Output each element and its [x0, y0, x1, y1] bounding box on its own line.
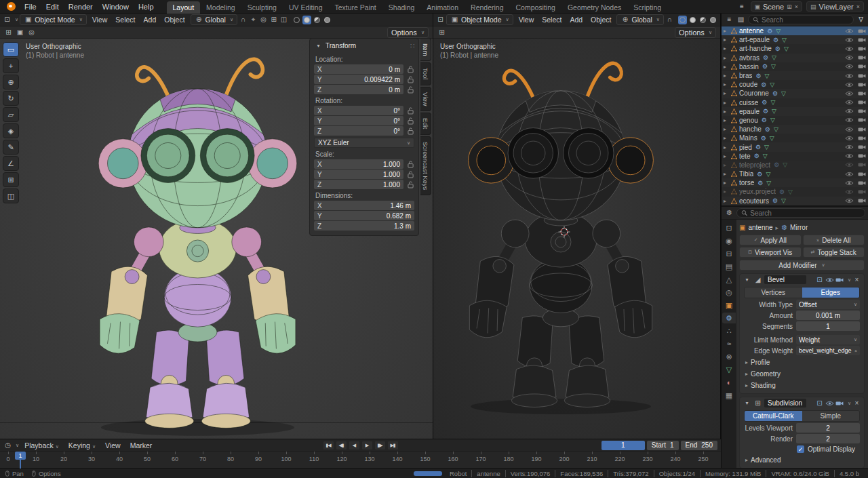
expand-caret-icon[interactable]: ▸ — [724, 198, 729, 204]
editor-type-icon[interactable]: ⚙ — [725, 209, 734, 218]
affect-option[interactable]: Vertices — [745, 287, 802, 298]
filter-icon[interactable]: ∇ — [856, 16, 865, 24]
material-shading-button[interactable] — [698, 16, 707, 24]
close-modifier-icon[interactable]: × — [852, 275, 861, 284]
optimal-display-checkbox[interactable]: ✓ — [797, 445, 804, 453]
menu-item[interactable]: Edit — [41, 0, 64, 14]
workspace-tab[interactable]: Sculpting — [241, 1, 283, 14]
location-value-field[interactable]: X0 m — [314, 64, 403, 74]
new-scene-icon[interactable]: ⊞ — [787, 3, 792, 10]
disable-in-renders-toggle[interactable] — [856, 46, 867, 52]
scene-selector[interactable]: ▣ Scene ⊞ × — [751, 1, 803, 12]
sidebar-tab[interactable]: Tool — [420, 62, 431, 85]
transport-button[interactable]: ◀ — [349, 441, 360, 450]
breadcrumb-modifier[interactable]: Mirror — [790, 224, 808, 231]
frame-end-field[interactable]: End250 — [681, 441, 717, 450]
hide-in-viewport-toggle[interactable] — [844, 46, 854, 52]
editor-type-icon[interactable]: ⊡ — [436, 16, 445, 24]
extras-dropdown-icon[interactable]: ∨ — [848, 401, 851, 406]
dimension-value-field[interactable]: Z1.3 m — [314, 221, 414, 231]
object-name[interactable]: genou — [739, 117, 758, 124]
outliner-row[interactable]: ▸ tete ⚙ ▽ — [722, 152, 868, 161]
toolbar-tool-button[interactable]: ▱ — [3, 107, 19, 122]
hide-in-viewport-toggle[interactable] — [844, 117, 854, 123]
disable-in-renders-toggle[interactable] — [856, 37, 867, 43]
transform-orientation-dropdown[interactable]: ⊕ Global ∨ — [616, 14, 663, 25]
disable-in-renders-toggle[interactable] — [856, 162, 867, 167]
options-dropdown[interactable]: Options ∨ — [675, 27, 716, 38]
expand-caret-icon[interactable]: ▸ — [724, 135, 729, 141]
disable-in-renders-toggle[interactable] — [856, 28, 867, 34]
outliner-row[interactable]: ▸ art-hanche ⚙ ▽ — [722, 44, 868, 53]
remove-viewlayer-icon[interactable]: × — [856, 3, 860, 10]
disable-in-renders-toggle[interactable] — [856, 189, 867, 195]
breadcrumb-object[interactable]: antenne — [748, 224, 772, 231]
properties-tab[interactable]: ◉ — [722, 235, 736, 246]
toolbar-tool-button[interactable]: ⊞ — [3, 172, 19, 187]
viewlayer-selector[interactable]: ▤ ViewLayer × — [806, 1, 864, 12]
rotation-mode-dropdown[interactable]: XYZ Euler∨ — [314, 138, 414, 148]
playback-menu[interactable]: Playback∨ — [20, 441, 63, 450]
extras-dropdown-icon[interactable]: ∨ — [848, 277, 851, 283]
marker-menu[interactable]: Marker — [126, 441, 157, 450]
edit-mode-toggle-icon[interactable]: ⊡ — [815, 399, 824, 407]
collapse-icon[interactable]: ▾ — [743, 275, 751, 284]
expand-caret-icon[interactable]: ▸ — [724, 117, 729, 123]
object-name[interactable]: bras — [739, 72, 752, 79]
properties-tab[interactable]: △ — [722, 274, 736, 285]
properties-tab[interactable]: ∴ — [722, 325, 736, 336]
expand-caret-icon[interactable]: ▸ — [724, 73, 729, 79]
object-name[interactable]: coude — [739, 81, 757, 88]
current-frame-field[interactable]: 1 — [601, 441, 645, 450]
subdivision-type-option[interactable]: Simple — [802, 411, 860, 421]
transport-button[interactable]: ▮◀ — [323, 441, 334, 450]
properties-tab[interactable]: ⊗ — [722, 351, 736, 362]
delete-all-button[interactable]: ×Delete All — [803, 235, 865, 245]
disable-in-renders-toggle[interactable] — [856, 136, 867, 141]
rotation-value-field[interactable]: X0° — [314, 106, 403, 115]
object-name[interactable]: ecouteurs — [739, 197, 769, 205]
outliner-row[interactable]: ▸ Mains ⚙ ▽ — [722, 134, 868, 142]
shaded-robot-model[interactable] — [62, 41, 333, 437]
add-modifier-button[interactable]: Add Modifier∨ — [739, 260, 865, 271]
apply-all-button[interactable]: ✓Apply All — [739, 235, 802, 245]
toolbar-tool-button[interactable]: ↻ — [3, 91, 19, 106]
viewport-wireframe[interactable]: ⊡ ▣ Object Mode ∨ ViewSelectAddObject ⊕ … — [433, 14, 721, 439]
active-tool-icon[interactable]: ⊞ — [437, 28, 446, 37]
workspace-tab[interactable]: Rendering — [465, 1, 509, 14]
outliner-row[interactable]: ▸ antenne ⚙ ▽ — [722, 26, 868, 35]
editor-type-icon[interactable]: ≡ — [725, 16, 734, 24]
outliner-row[interactable]: ▸ pied ⚙ ▽ — [722, 142, 868, 151]
disable-in-renders-toggle[interactable] — [856, 73, 867, 79]
properties-tab[interactable]: ▦ — [722, 390, 736, 401]
outliner-row[interactable]: ▸ coude ⚙ ▽ — [722, 80, 868, 89]
lock-icon[interactable] — [406, 86, 414, 94]
panel-drag-handle[interactable]: ∷ — [410, 42, 414, 49]
levels-viewport-field[interactable]: 2 — [796, 423, 860, 433]
expand-caret-icon[interactable]: ▸ — [724, 37, 729, 43]
object-name[interactable]: Couronne — [739, 89, 769, 97]
object-name[interactable]: Tibia — [739, 170, 753, 178]
workspace-tab[interactable]: Scripting — [627, 1, 667, 14]
mode-dropdown[interactable]: ▣ Object Mode ∨ — [446, 14, 513, 25]
object-name[interactable]: pied — [739, 144, 752, 151]
display-mode-icon[interactable]: ▤ — [736, 16, 745, 24]
workspace-tab[interactable]: Modeling — [200, 1, 241, 14]
expand-caret-icon[interactable]: ▸ — [724, 108, 729, 115]
hide-in-viewport-toggle[interactable] — [844, 55, 854, 60]
toolbar-tool-button[interactable]: ▭ — [3, 42, 19, 57]
properties-tab[interactable]: ⚙ — [722, 313, 736, 323]
scale-value-field[interactable]: Y1.000 — [314, 170, 403, 179]
viewport-shaded[interactable]: ⊡ ∨ ▣ Object Mode ∨ ViewSelectAddObject … — [0, 14, 433, 439]
close-modifier-icon[interactable]: × — [852, 399, 861, 407]
object-name[interactable]: cuisse — [739, 99, 758, 106]
active-tool-icon[interactable]: ⊞ — [4, 28, 13, 37]
workspace-tab[interactable]: Compositing — [510, 1, 561, 14]
outliner-search[interactable] — [748, 15, 854, 24]
hide-in-viewport-toggle[interactable] — [844, 144, 854, 150]
expand-caret-icon[interactable]: ▸ — [724, 180, 729, 186]
disable-in-renders-toggle[interactable] — [856, 108, 867, 114]
unlink-scene-icon[interactable]: × — [795, 3, 798, 10]
expand-caret-icon[interactable]: ▸ — [724, 28, 729, 34]
disable-in-renders-toggle[interactable] — [856, 198, 867, 203]
